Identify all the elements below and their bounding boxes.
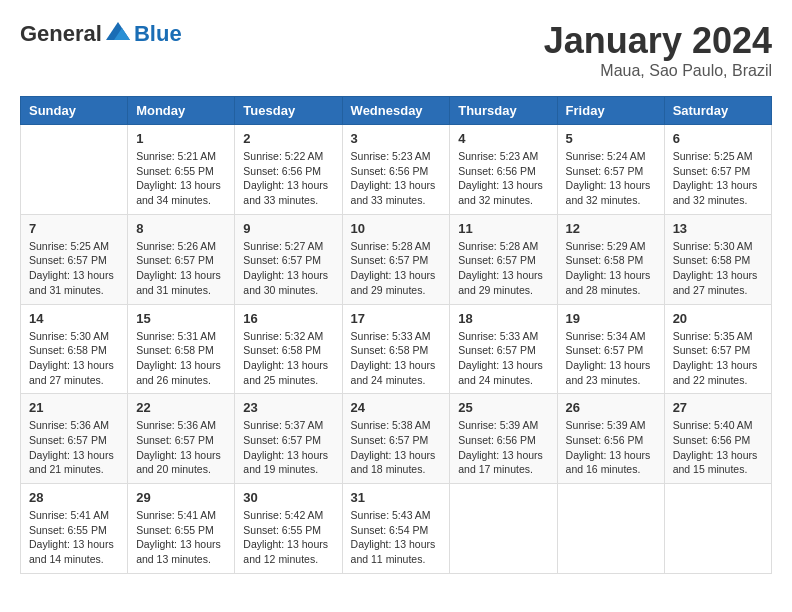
header-row: Sunday Monday Tuesday Wednesday Thursday… [21,97,772,125]
calendar-cell [557,484,664,574]
logo-icon [104,20,132,48]
day-info: Sunrise: 5:41 AM Sunset: 6:55 PM Dayligh… [136,508,226,567]
logo-general-text: General [20,21,102,47]
calendar-cell [450,484,557,574]
day-number: 27 [673,400,763,415]
day-info: Sunrise: 5:32 AM Sunset: 6:58 PM Dayligh… [243,329,333,388]
day-number: 11 [458,221,548,236]
col-monday: Monday [128,97,235,125]
calendar-cell: 15Sunrise: 5:31 AM Sunset: 6:58 PM Dayli… [128,304,235,394]
day-number: 9 [243,221,333,236]
calendar-cell: 8Sunrise: 5:26 AM Sunset: 6:57 PM Daylig… [128,214,235,304]
day-number: 6 [673,131,763,146]
day-number: 3 [351,131,442,146]
calendar-cell: 6Sunrise: 5:25 AM Sunset: 6:57 PM Daylig… [664,125,771,215]
calendar-title: January 2024 [544,20,772,62]
day-number: 24 [351,400,442,415]
day-number: 22 [136,400,226,415]
col-saturday: Saturday [664,97,771,125]
day-info: Sunrise: 5:40 AM Sunset: 6:56 PM Dayligh… [673,418,763,477]
calendar-cell: 29Sunrise: 5:41 AM Sunset: 6:55 PM Dayli… [128,484,235,574]
day-info: Sunrise: 5:35 AM Sunset: 6:57 PM Dayligh… [673,329,763,388]
calendar-cell: 2Sunrise: 5:22 AM Sunset: 6:56 PM Daylig… [235,125,342,215]
day-number: 16 [243,311,333,326]
calendar-cell: 28Sunrise: 5:41 AM Sunset: 6:55 PM Dayli… [21,484,128,574]
day-number: 23 [243,400,333,415]
calendar-cell: 20Sunrise: 5:35 AM Sunset: 6:57 PM Dayli… [664,304,771,394]
day-number: 30 [243,490,333,505]
day-info: Sunrise: 5:25 AM Sunset: 6:57 PM Dayligh… [673,149,763,208]
day-info: Sunrise: 5:36 AM Sunset: 6:57 PM Dayligh… [29,418,119,477]
day-info: Sunrise: 5:26 AM Sunset: 6:57 PM Dayligh… [136,239,226,298]
day-number: 21 [29,400,119,415]
day-number: 5 [566,131,656,146]
day-info: Sunrise: 5:28 AM Sunset: 6:57 PM Dayligh… [458,239,548,298]
calendar-table: Sunday Monday Tuesday Wednesday Thursday… [20,96,772,574]
calendar-week-row: 14Sunrise: 5:30 AM Sunset: 6:58 PM Dayli… [21,304,772,394]
logo: General Blue [20,20,182,48]
calendar-cell: 22Sunrise: 5:36 AM Sunset: 6:57 PM Dayli… [128,394,235,484]
page-header: General Blue January 2024 Maua, Sao Paul… [20,20,772,80]
day-number: 29 [136,490,226,505]
day-info: Sunrise: 5:39 AM Sunset: 6:56 PM Dayligh… [566,418,656,477]
day-number: 26 [566,400,656,415]
calendar-cell [21,125,128,215]
day-info: Sunrise: 5:43 AM Sunset: 6:54 PM Dayligh… [351,508,442,567]
day-number: 2 [243,131,333,146]
day-info: Sunrise: 5:33 AM Sunset: 6:58 PM Dayligh… [351,329,442,388]
day-info: Sunrise: 5:30 AM Sunset: 6:58 PM Dayligh… [29,329,119,388]
calendar-cell: 5Sunrise: 5:24 AM Sunset: 6:57 PM Daylig… [557,125,664,215]
col-tuesday: Tuesday [235,97,342,125]
day-info: Sunrise: 5:38 AM Sunset: 6:57 PM Dayligh… [351,418,442,477]
calendar-cell: 25Sunrise: 5:39 AM Sunset: 6:56 PM Dayli… [450,394,557,484]
day-number: 15 [136,311,226,326]
day-info: Sunrise: 5:34 AM Sunset: 6:57 PM Dayligh… [566,329,656,388]
day-info: Sunrise: 5:24 AM Sunset: 6:57 PM Dayligh… [566,149,656,208]
calendar-cell [664,484,771,574]
col-friday: Friday [557,97,664,125]
calendar-cell: 9Sunrise: 5:27 AM Sunset: 6:57 PM Daylig… [235,214,342,304]
day-info: Sunrise: 5:27 AM Sunset: 6:57 PM Dayligh… [243,239,333,298]
col-thursday: Thursday [450,97,557,125]
day-number: 28 [29,490,119,505]
day-info: Sunrise: 5:28 AM Sunset: 6:57 PM Dayligh… [351,239,442,298]
calendar-cell: 4Sunrise: 5:23 AM Sunset: 6:56 PM Daylig… [450,125,557,215]
day-number: 10 [351,221,442,236]
day-info: Sunrise: 5:23 AM Sunset: 6:56 PM Dayligh… [458,149,548,208]
day-number: 1 [136,131,226,146]
day-info: Sunrise: 5:30 AM Sunset: 6:58 PM Dayligh… [673,239,763,298]
calendar-cell: 31Sunrise: 5:43 AM Sunset: 6:54 PM Dayli… [342,484,450,574]
calendar-cell: 27Sunrise: 5:40 AM Sunset: 6:56 PM Dayli… [664,394,771,484]
col-sunday: Sunday [21,97,128,125]
calendar-cell: 26Sunrise: 5:39 AM Sunset: 6:56 PM Dayli… [557,394,664,484]
day-number: 18 [458,311,548,326]
col-wednesday: Wednesday [342,97,450,125]
day-number: 4 [458,131,548,146]
day-info: Sunrise: 5:25 AM Sunset: 6:57 PM Dayligh… [29,239,119,298]
calendar-cell: 19Sunrise: 5:34 AM Sunset: 6:57 PM Dayli… [557,304,664,394]
day-info: Sunrise: 5:37 AM Sunset: 6:57 PM Dayligh… [243,418,333,477]
calendar-week-row: 1Sunrise: 5:21 AM Sunset: 6:55 PM Daylig… [21,125,772,215]
calendar-cell: 21Sunrise: 5:36 AM Sunset: 6:57 PM Dayli… [21,394,128,484]
calendar-subtitle: Maua, Sao Paulo, Brazil [544,62,772,80]
calendar-cell: 16Sunrise: 5:32 AM Sunset: 6:58 PM Dayli… [235,304,342,394]
calendar-week-row: 7Sunrise: 5:25 AM Sunset: 6:57 PM Daylig… [21,214,772,304]
day-info: Sunrise: 5:29 AM Sunset: 6:58 PM Dayligh… [566,239,656,298]
logo-blue-text: Blue [134,21,182,47]
day-info: Sunrise: 5:36 AM Sunset: 6:57 PM Dayligh… [136,418,226,477]
day-number: 17 [351,311,442,326]
calendar-cell: 12Sunrise: 5:29 AM Sunset: 6:58 PM Dayli… [557,214,664,304]
calendar-body: 1Sunrise: 5:21 AM Sunset: 6:55 PM Daylig… [21,125,772,574]
day-info: Sunrise: 5:42 AM Sunset: 6:55 PM Dayligh… [243,508,333,567]
day-info: Sunrise: 5:23 AM Sunset: 6:56 PM Dayligh… [351,149,442,208]
day-number: 31 [351,490,442,505]
day-info: Sunrise: 5:41 AM Sunset: 6:55 PM Dayligh… [29,508,119,567]
day-info: Sunrise: 5:22 AM Sunset: 6:56 PM Dayligh… [243,149,333,208]
calendar-cell: 10Sunrise: 5:28 AM Sunset: 6:57 PM Dayli… [342,214,450,304]
day-number: 8 [136,221,226,236]
calendar-cell: 13Sunrise: 5:30 AM Sunset: 6:58 PM Dayli… [664,214,771,304]
day-number: 14 [29,311,119,326]
calendar-cell: 11Sunrise: 5:28 AM Sunset: 6:57 PM Dayli… [450,214,557,304]
day-number: 7 [29,221,119,236]
calendar-cell: 24Sunrise: 5:38 AM Sunset: 6:57 PM Dayli… [342,394,450,484]
